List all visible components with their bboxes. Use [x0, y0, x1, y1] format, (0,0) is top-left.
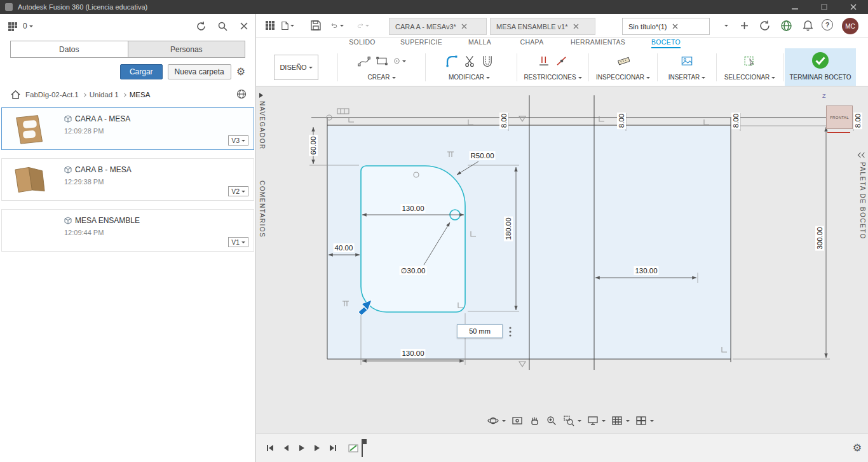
- timeline-position-marker[interactable]: [362, 439, 363, 457]
- list-item[interactable]: MESA ENSAMBLE 12:09:44 PM V1: [1, 209, 254, 252]
- sketch-geometry[interactable]: [256, 86, 868, 433]
- horizontal-vertical-constraint-icon[interactable]: [538, 55, 550, 67]
- coincident-constraint-icon[interactable]: [555, 55, 568, 67]
- group-label-restricciones[interactable]: RESTRICCIONES: [518, 74, 588, 81]
- comments-panel-handle[interactable]: COMENTARIOS: [259, 180, 266, 238]
- minimize-button[interactable]: [780, 0, 810, 14]
- dimension-options-icon[interactable]: [506, 325, 515, 338]
- version-badge[interactable]: V2: [228, 186, 248, 196]
- go-to-end-icon[interactable]: [327, 442, 339, 454]
- save-icon[interactable]: [309, 19, 322, 32]
- display-settings-icon[interactable]: [586, 414, 607, 428]
- play-icon[interactable]: [295, 442, 308, 454]
- doc-tab-cara-a[interactable]: CARA A - MESAv3*: [389, 18, 487, 35]
- group-label-inspeccionar[interactable]: INSPECCIONAR: [590, 74, 656, 81]
- go-to-start-icon[interactable]: [264, 442, 276, 454]
- dim-40[interactable]: 40.00: [334, 243, 355, 252]
- account-avatar[interactable]: MC: [842, 18, 858, 34]
- job-count[interactable]: 0: [23, 22, 27, 31]
- dim-130-top[interactable]: 130.00: [400, 204, 425, 213]
- rectangle-tool-icon[interactable]: [376, 55, 388, 67]
- web-globe-icon[interactable]: [235, 88, 248, 100]
- group-label-crear[interactable]: CREAR: [339, 74, 424, 81]
- breadcrumb-level1[interactable]: FabDig-02-Act.1: [25, 91, 79, 99]
- maximize-button[interactable]: [810, 0, 839, 14]
- ribbon-tab-malla[interactable]: MALLA: [468, 38, 491, 47]
- finish-sketch-button[interactable]: TERMINAR BOCETO: [785, 48, 856, 86]
- home-icon[interactable]: [9, 88, 22, 101]
- trim-scissors-icon[interactable]: [463, 55, 476, 67]
- online-globe-icon[interactable]: [780, 19, 792, 32]
- tab-list-chevron-icon[interactable]: [719, 19, 731, 32]
- close-tab-icon[interactable]: [672, 24, 678, 29]
- dim-dia30[interactable]: ∅30.00: [400, 266, 427, 275]
- dimension-value-input[interactable]: [457, 324, 503, 338]
- dim-r50[interactable]: R50.00: [469, 151, 495, 160]
- zoom-icon[interactable]: [545, 414, 559, 428]
- ribbon-tab-herramientas[interactable]: HERRAMIENTAS: [571, 38, 625, 47]
- version-badge[interactable]: V1: [228, 237, 248, 247]
- app-grid-icon[interactable]: [264, 19, 276, 32]
- dim-8[interactable]: 8.00: [731, 112, 740, 129]
- list-item[interactable]: CARA B - MESA 12:29:38 PM V2: [1, 158, 254, 201]
- sketch-palette-handle[interactable]: PALETA DE BOCETO: [858, 150, 866, 240]
- ribbon-tab-solido[interactable]: SOLIDO: [349, 38, 375, 47]
- dim-8[interactable]: 8.00: [617, 112, 626, 129]
- new-folder-button[interactable]: Nueva carpeta: [168, 64, 231, 79]
- model-canvas[interactable]: 60.00 R50.00 130.00 180.00 40.00 ∅30.00 …: [256, 86, 868, 433]
- file-menu-icon[interactable]: [281, 19, 294, 32]
- view-cube[interactable]: Z FRONTAL: [818, 93, 864, 139]
- workspace-selector[interactable]: DISEÑO: [274, 55, 318, 80]
- viewcube-front-face[interactable]: FRONTAL: [826, 105, 853, 129]
- look-at-icon[interactable]: [510, 414, 524, 428]
- version-badge[interactable]: V3: [228, 135, 248, 146]
- dim-60[interactable]: 60.00: [309, 135, 318, 156]
- measure-ruler-icon[interactable]: [617, 55, 630, 67]
- group-label-seleccionar[interactable]: SELECCIONAR: [717, 74, 782, 81]
- circle-tool-icon[interactable]: [393, 55, 406, 67]
- insert-image-icon[interactable]: [681, 55, 693, 67]
- browser-panel-handle[interactable]: NAVEGADOR: [259, 93, 266, 150]
- viewports-icon[interactable]: [634, 414, 655, 428]
- close-tab-icon[interactable]: [573, 24, 579, 29]
- undo-icon[interactable]: [331, 19, 344, 32]
- dim-180[interactable]: 180.00: [504, 216, 513, 241]
- close-tab-icon[interactable]: [461, 24, 467, 29]
- breadcrumb-level2[interactable]: Unidad 1: [90, 91, 119, 99]
- zoom-window-icon[interactable]: [562, 414, 583, 428]
- group-label-modificar[interactable]: MODIFICAR: [426, 74, 512, 81]
- pan-hand-icon[interactable]: [527, 414, 541, 428]
- job-status-icon[interactable]: [6, 20, 19, 32]
- fillet-tool-icon[interactable]: [445, 55, 458, 67]
- ribbon-tab-superficie[interactable]: SUPERFICIE: [400, 38, 442, 47]
- redo-icon[interactable]: [356, 19, 369, 32]
- ribbon-tab-boceto[interactable]: BOCETO: [651, 38, 681, 49]
- orbit-icon[interactable]: [486, 414, 507, 428]
- tab-personas[interactable]: Personas: [128, 41, 246, 58]
- doc-tab-mesa-ensamble[interactable]: MESA ENSAMBLE v1*: [490, 18, 595, 35]
- close-button[interactable]: [839, 0, 868, 14]
- group-label-insertar[interactable]: INSERTAR: [658, 74, 715, 81]
- tab-datos[interactable]: Datos: [10, 41, 128, 58]
- grid-settings-icon[interactable]: [610, 414, 631, 428]
- offset-tool-icon[interactable]: [481, 55, 494, 67]
- search-icon[interactable]: [216, 20, 229, 32]
- refresh-icon[interactable]: [194, 20, 207, 32]
- timeline-settings-gear-icon[interactable]: ⚙: [853, 442, 862, 454]
- upload-button[interactable]: Cargar: [120, 64, 163, 79]
- select-tool-icon[interactable]: [743, 55, 756, 67]
- timeline-sketch-feature-icon[interactable]: [348, 442, 360, 454]
- step-back-icon[interactable]: [280, 442, 292, 454]
- ribbon-tab-chapa[interactable]: CHAPA: [520, 38, 544, 47]
- new-tab-icon[interactable]: [738, 19, 750, 32]
- step-forward-icon[interactable]: [311, 442, 323, 454]
- panel-settings-gear-icon[interactable]: ⚙: [236, 67, 245, 77]
- dim-130-right[interactable]: 130.00: [634, 266, 658, 275]
- dim-8[interactable]: 8.00: [499, 112, 508, 129]
- close-panel-icon[interactable]: [238, 20, 250, 32]
- list-item[interactable]: CARA A - MESA 12:09:28 PM V3: [1, 107, 254, 150]
- notifications-bell-icon[interactable]: [801, 19, 814, 32]
- help-icon[interactable]: ?: [822, 19, 833, 31]
- dim-130-bottom[interactable]: 130.00: [400, 349, 425, 358]
- dim-300[interactable]: 300.00: [815, 226, 824, 250]
